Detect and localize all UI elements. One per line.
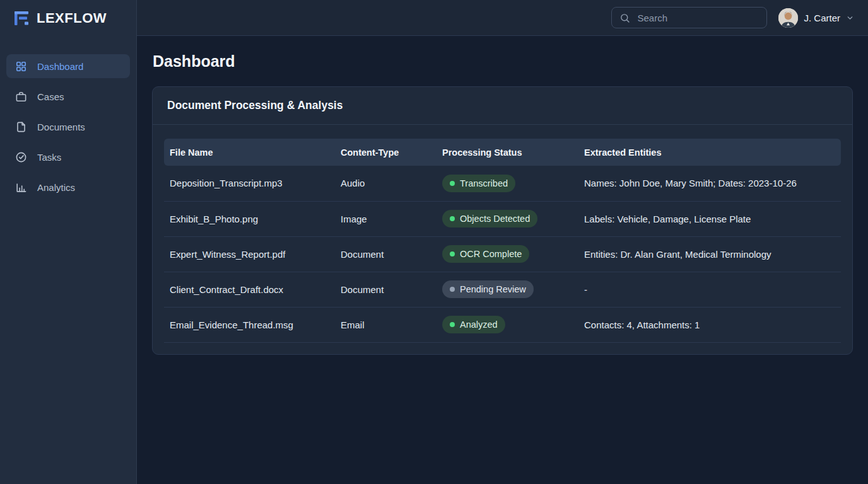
- entities-cell: -: [578, 272, 841, 307]
- document-icon: [15, 121, 27, 133]
- sidebar-nav: Dashboard Cases Documents Tasks: [0, 54, 136, 199]
- table-row: Expert_Witness_Report.pdf Document OCR C…: [164, 236, 841, 272]
- sidebar-item-label: Analytics: [37, 182, 75, 193]
- table-row: Deposition_Transcript.mp3 Audio Transcri…: [164, 166, 841, 201]
- content-type-cell: Document: [335, 236, 437, 272]
- status-label: OCR Complete: [460, 248, 522, 260]
- search-icon: [619, 13, 630, 23]
- avatar: [778, 8, 798, 28]
- sidebar-item-label: Tasks: [37, 152, 61, 163]
- briefcase-icon: [15, 91, 27, 103]
- main-content: Dashboard Document Processing & Analysis…: [137, 36, 868, 484]
- status-cell: Pending Review: [437, 272, 578, 307]
- dashboard-icon: [15, 60, 27, 72]
- sidebar-item-label: Dashboard: [37, 61, 83, 72]
- entities-cell: Labels: Vehicle, Damage, License Plate: [578, 201, 841, 236]
- status-badge: Pending Review: [442, 280, 534, 298]
- document-processing-card: Document Processing & Analysis File Name…: [152, 86, 853, 355]
- status-badge: OCR Complete: [442, 245, 529, 263]
- status-dot-icon: [450, 181, 455, 186]
- chevron-down-icon: [846, 14, 854, 22]
- table-row: Client_Contract_Draft.docx Document Pend…: [164, 272, 841, 307]
- content-type-cell: Document: [335, 272, 437, 307]
- status-badge: Transcribed: [442, 175, 515, 192]
- status-dot-icon: [450, 287, 455, 292]
- status-badge: Objects Detected: [442, 210, 537, 228]
- sidebar-item-cases[interactable]: Cases: [6, 84, 130, 108]
- entities-cell: Entities: Dr. Alan Grant, Medical Termin…: [578, 236, 841, 272]
- status-label: Objects Detected: [460, 213, 530, 224]
- card-body: File Name Content-Type Processing Status…: [153, 125, 852, 354]
- sidebar-item-analytics[interactable]: Analytics: [6, 175, 130, 199]
- search-input[interactable]: [636, 12, 759, 24]
- analytics-icon: [15, 182, 27, 193]
- table-body: Deposition_Transcript.mp3 Audio Transcri…: [164, 166, 841, 342]
- status-dot-icon: [450, 322, 455, 327]
- status-cell: Objects Detected: [437, 201, 578, 236]
- content-type-cell: Audio: [335, 166, 437, 201]
- status-label: Transcribed: [460, 178, 508, 189]
- tasks-icon: [15, 151, 27, 163]
- search-box[interactable]: [611, 7, 767, 28]
- sidebar: LEXFLOW Dashboard Cases Documents: [0, 0, 137, 484]
- file-name-cell: Expert_Witness_Report.pdf: [164, 236, 335, 272]
- file-name-cell: Exhibit_B_Photo.png: [164, 201, 335, 236]
- status-dot-icon: [450, 251, 455, 256]
- brand-name: LEXFLOW: [37, 10, 107, 26]
- file-name-cell: Email_Evidence_Thread.msg: [164, 307, 335, 342]
- entities-cell: Names: John Doe, Mary Smith; Dates: 2023…: [578, 166, 841, 201]
- table-header: File Name Content-Type Processing Status…: [164, 139, 841, 166]
- column-header-content-type: Content-Type: [335, 139, 437, 166]
- sidebar-item-dashboard[interactable]: Dashboard: [6, 54, 130, 78]
- status-cell: Transcribed: [437, 166, 578, 201]
- sidebar-item-label: Cases: [37, 91, 64, 102]
- status-label: Pending Review: [460, 284, 526, 295]
- user-menu[interactable]: J. Carter: [778, 8, 854, 28]
- content-type-cell: Image: [335, 201, 437, 236]
- content-column: J. Carter Dashboard Document Processing …: [137, 0, 868, 484]
- content-type-cell: Email: [335, 307, 437, 342]
- sidebar-item-label: Documents: [37, 122, 85, 132]
- column-header-processing-status: Processing Status: [437, 139, 578, 166]
- documents-table: File Name Content-Type Processing Status…: [164, 139, 841, 343]
- card-title: Document Processing & Analysis: [153, 87, 852, 125]
- top-bar: J. Carter: [137, 0, 868, 36]
- sidebar-item-tasks[interactable]: Tasks: [6, 145, 130, 169]
- table-row: Exhibit_B_Photo.png Image Objects Detect…: [164, 201, 841, 236]
- column-header-file-name: File Name: [164, 139, 335, 166]
- column-header-extracted-entities: Extracted Entities: [578, 139, 841, 166]
- file-name-cell: Deposition_Transcript.mp3: [164, 166, 335, 201]
- status-cell: Analyzed: [437, 307, 578, 342]
- entities-cell: Contacts: 4, Attachments: 1: [578, 307, 841, 342]
- status-label: Analyzed: [460, 319, 498, 330]
- user-name: J. Carter: [804, 13, 840, 23]
- status-badge: Analyzed: [442, 316, 505, 333]
- table-row: Email_Evidence_Thread.msg Email Analyzed…: [164, 307, 841, 342]
- lexflow-logo-icon: [13, 9, 30, 27]
- file-name-cell: Client_Contract_Draft.docx: [164, 272, 335, 307]
- sidebar-item-documents[interactable]: Documents: [6, 115, 130, 139]
- status-cell: OCR Complete: [437, 236, 578, 272]
- brand-logo: LEXFLOW: [0, 0, 136, 36]
- status-dot-icon: [450, 216, 455, 221]
- page-title: Dashboard: [153, 52, 853, 71]
